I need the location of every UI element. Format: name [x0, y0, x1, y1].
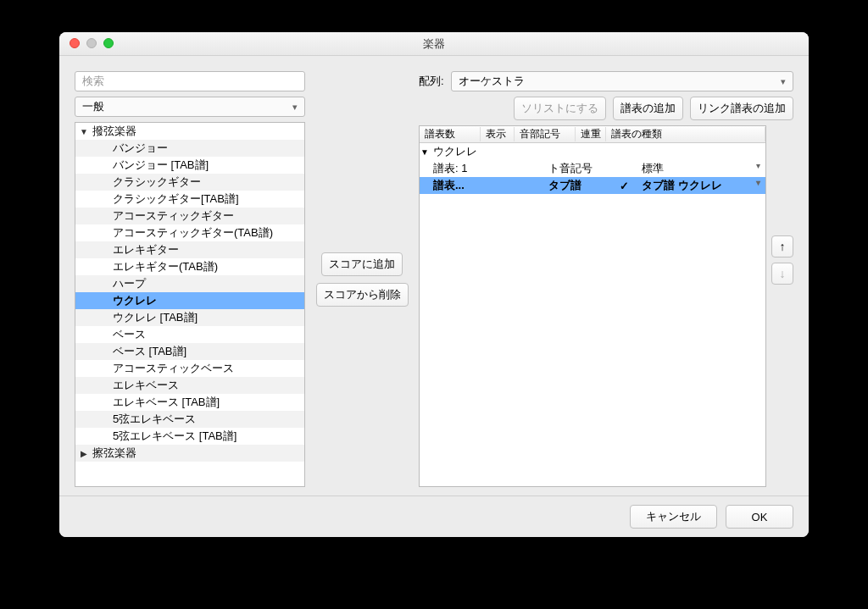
window-title: 楽器 [423, 36, 445, 52]
order-row: 配列: オーケストラ [419, 71, 793, 91]
instrument-tree[interactable]: ▼撥弦楽器 バンジョー バンジョー [TAB譜] クラシックギター クラシックギ… [75, 122, 305, 487]
cancel-button[interactable]: キャンセル [630, 505, 717, 529]
staff-button-bar: ソリストにする 譜表の追加 リンク譜表の追加 [419, 97, 793, 120]
tree-item[interactable]: ウクレレ [TAB譜] [75, 309, 304, 326]
tree-item[interactable]: アコースティックギター [75, 208, 304, 224]
genre-select[interactable]: 一般 [75, 97, 305, 117]
tree-item[interactable]: ベース [75, 326, 304, 343]
tree-item[interactable]: アコースティックギター(TAB譜) [75, 224, 304, 241]
staff-area: 譜表数 表示 音部記号 連重 譜表の種類 ▼ ウクレレ 譜表: 1 [419, 125, 793, 487]
tree-group-bowed[interactable]: ▶擦弦楽器 [75, 445, 304, 462]
staff-type-select[interactable]: 標準 [638, 161, 765, 176]
tree-item[interactable]: エレキベース [75, 377, 304, 394]
staff-root-row[interactable]: ▼ ウクレレ [420, 143, 765, 160]
tree-item[interactable]: 5弦エレキベース [TAB譜] [75, 428, 304, 445]
window-controls [70, 38, 114, 48]
chevron-right-icon: ▶ [79, 449, 89, 458]
staff-row[interactable]: 譜表: 1 ト音記号 標準 [420, 160, 765, 177]
order-select[interactable]: オーケストラ [451, 71, 793, 91]
left-panel: 検索 一般 ▼撥弦楽器 バンジョー バンジョー [TAB譜] クラシックギター … [75, 71, 305, 487]
tree-item[interactable]: ハープ [75, 275, 304, 292]
col-type[interactable]: 譜表の種類 [606, 127, 765, 141]
staff-instrument-name: ウクレレ [430, 144, 481, 159]
tree-group-plucked[interactable]: ▼撥弦楽器 [75, 123, 304, 140]
tree-item[interactable]: エレキギター(TAB譜) [75, 258, 304, 275]
chevron-down-icon: ▼ [420, 147, 430, 157]
tree-item[interactable]: 5弦エレキベース [75, 411, 304, 428]
tree-item[interactable]: バンジョー [75, 140, 304, 157]
move-down-button[interactable]: ↓ [771, 263, 793, 285]
check-icon: ✓ [609, 180, 638, 192]
remove-from-score-button[interactable]: スコアから削除 [316, 283, 409, 307]
zoom-icon[interactable] [103, 38, 114, 48]
order-label: 配列: [419, 74, 444, 89]
staff-header: 譜表数 表示 音部記号 連重 譜表の種類 [420, 126, 765, 143]
col-link[interactable]: 連重 [576, 127, 606, 141]
add-staff-button[interactable]: 譜表の追加 [613, 97, 683, 120]
dialog-content: 検索 一般 ▼撥弦楽器 バンジョー バンジョー [TAB譜] クラシックギター … [59, 56, 809, 496]
staff-row-selected[interactable]: 譜表... タブ譜 ✓ タブ譜 ウクレレ [420, 177, 765, 194]
search-input[interactable]: 検索 [75, 71, 305, 91]
staff-type-select[interactable]: タブ譜 ウクレレ [638, 178, 765, 193]
minimize-icon[interactable] [86, 38, 97, 48]
close-icon[interactable] [70, 38, 80, 48]
make-soloist-button[interactable]: ソリストにする [514, 97, 606, 120]
col-clef[interactable]: 音部記号 [515, 127, 576, 141]
tree-item[interactable]: クラシックギター[TAB譜] [75, 191, 304, 208]
tree-item[interactable]: クラシックギター [75, 174, 304, 191]
chevron-down-icon: ▼ [79, 127, 89, 136]
titlebar: 楽器 [59, 32, 809, 56]
move-up-button[interactable]: ↑ [771, 235, 793, 257]
tree-item[interactable]: バンジョー [TAB譜] [75, 157, 304, 174]
tree-item[interactable]: アコースティックベース [75, 360, 304, 377]
transfer-buttons: スコアに追加 スコアから削除 [315, 252, 409, 487]
dialog-footer: キャンセル OK [59, 496, 809, 537]
tree-item-selected[interactable]: ウクレレ [75, 292, 304, 309]
add-linked-staff-button[interactable]: リンク譜表の追加 [690, 97, 793, 120]
tree-item[interactable]: ベース [TAB譜] [75, 343, 304, 360]
reorder-arrows: ↑ ↓ [771, 235, 793, 487]
add-to-score-button[interactable]: スコアに追加 [321, 252, 403, 276]
staff-table[interactable]: 譜表数 表示 音部記号 連重 譜表の種類 ▼ ウクレレ 譜表: 1 [419, 125, 766, 487]
tree-item[interactable]: エレキギター [75, 241, 304, 258]
col-show[interactable]: 表示 [481, 127, 515, 141]
right-panel: 配列: オーケストラ ソリストにする 譜表の追加 リンク譜表の追加 譜表数 表示… [419, 71, 793, 487]
ok-button[interactable]: OK [726, 505, 793, 529]
tree-item[interactable]: エレキベース [TAB譜] [75, 394, 304, 411]
instruments-dialog: 楽器 検索 一般 ▼撥弦楽器 バンジョー バンジョー [TAB譜] クラシックギ… [59, 32, 809, 537]
col-count[interactable]: 譜表数 [420, 127, 481, 141]
